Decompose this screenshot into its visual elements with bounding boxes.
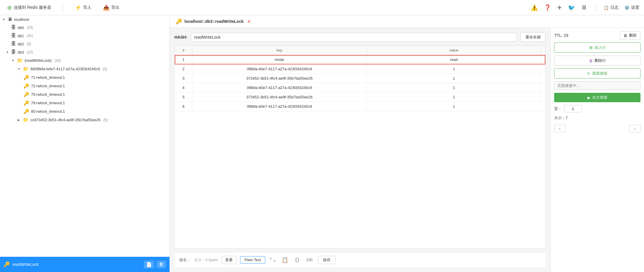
page-number-input[interactable] (564, 105, 582, 112)
hash-row: HASH: 重命名键 (174, 32, 546, 42)
sidebar-item-key-76[interactable]: 🔑 76:rwlock_timeout:1 (0, 90, 169, 99)
sidebar-item-db2[interactable]: 🗄 db2 (0) (0, 40, 169, 48)
sidebar-item-localhost[interactable]: ▼ 🖥 localhost (0, 15, 169, 23)
sidebar-item-cc873452[interactable]: ▶ 📁 cc873452-3b51-4fc4-ae9f-35b7ba55ee26… (0, 116, 169, 124)
save-button[interactable]: 保存 (318, 256, 335, 264)
monitor-icon[interactable]: 🖥 (581, 4, 587, 11)
sidebar-item-660f8bfa[interactable]: ▼ 📁 660f8bfa-b0e7-4117-a27a-423f264245c9… (0, 65, 169, 73)
toolbar-right: ⚠️ ❓ ✈ 🐦 🖥 📋 日志 ⚙️ 设置 (531, 4, 639, 12)
export-button[interactable]: 📤 导出 (101, 3, 122, 12)
format-arrows-icon[interactable]: ⌃⌄ (269, 257, 276, 263)
help-icon[interactable]: ❓ (544, 4, 551, 11)
arrow-icon: ▼ (6, 51, 9, 54)
delete-row-button[interactable]: 🗑 删除行 (554, 56, 640, 66)
code-button[interactable]: ⟨⟩ (293, 256, 301, 264)
cell-key[interactable]: 0f8bfa-b0e7-4117-a27a-423f264245c9 (192, 102, 367, 111)
pagination-nav: ‹ › (554, 124, 640, 134)
sidebar-bottom-bar: 🔑 readWriteLock 📄 🗑 (0, 257, 169, 272)
fulltext-search-button[interactable]: ▶ 全文搜索 (554, 93, 640, 102)
table-row[interactable]: 3 373452-3b51-4fc4-ae9f-35b7ba55ee26 1 (175, 74, 545, 83)
col-num: # (175, 46, 192, 55)
arrow-icon: ▶ (18, 118, 21, 122)
key-icon: 🔑 (23, 92, 29, 97)
cell-scroll (541, 55, 545, 64)
cell-value[interactable]: 1 (367, 74, 541, 83)
folder-icon: 📁 (23, 66, 29, 72)
log-button[interactable]: 📋 日志 (604, 5, 619, 10)
reload-button[interactable]: ↻ 重载键值 (554, 69, 640, 78)
delete-key-button[interactable]: 🗑 (157, 261, 166, 268)
table-row[interactable]: 2 0f8bfa-b0e7-4117-a27a-423f264245c9 1 (175, 64, 545, 74)
arrow-icon: ▼ (12, 59, 15, 62)
table-row[interactable]: 1 mode read (175, 55, 545, 64)
reload-icon: ↻ (587, 71, 590, 76)
table-body[interactable]: 1 mode read 2 0f8bfa-b0e7-4117-a27a-423f… (175, 55, 545, 111)
db-icon: 🗄 (11, 25, 16, 30)
binary-button[interactable]: 100 (304, 257, 314, 263)
sidebar-item-key-80[interactable]: 🔑 80:rwlock_timeout:1 (0, 107, 169, 116)
sidebar-item-db1[interactable]: 🗄 db1 (41) (0, 32, 169, 40)
table-header: # key value (175, 46, 545, 55)
server-icon: 🖥 (8, 17, 12, 22)
tab-close-button[interactable]: ✕ (247, 19, 251, 24)
cell-num: 6 (175, 102, 192, 111)
copy-button[interactable]: 📋 (280, 256, 290, 264)
prev-page-button[interactable]: ‹ (554, 125, 566, 132)
db2-label: db2 (18, 42, 24, 46)
cell-key[interactable]: 0f8bfa-b0e7-4117-a27a-423f264245c9 (192, 64, 367, 73)
content-area: 🔑 localhost::db3::readWriteLock ✕ HASH: … (170, 15, 644, 272)
import-button[interactable]: ⚡ 导入 (73, 3, 94, 12)
reload-label: 重载键值 (592, 71, 607, 76)
key-icon: 🔑 (23, 83, 29, 89)
tab-key-icon: 🔑 (176, 18, 182, 25)
sidebar-item-readwritelock-group[interactable]: ▼ 📁 {readWriteLock} (10) (0, 56, 169, 65)
main-layout: ▼ 🖥 localhost 🗄 db0 (23) 🗄 db1 (41) (0, 15, 644, 272)
cell-value[interactable]: 1 (367, 93, 541, 102)
cell-key[interactable]: mode (192, 55, 367, 64)
table-row[interactable]: 5 373452-3b51-4fc4-ae9f-35b7ba55ee26 1 (175, 93, 545, 102)
cell-value[interactable]: 1 (367, 83, 541, 92)
import-icon: ⚡ (75, 4, 81, 11)
toolbar-right-divider (595, 4, 595, 12)
cell-value[interactable]: 1 (367, 102, 541, 111)
cell-value[interactable]: 1 (367, 64, 541, 73)
log-icon: 📋 (604, 5, 609, 10)
view-button[interactable]: 查看 (221, 256, 237, 264)
settings-button[interactable]: ⚙️ 设置 (624, 5, 639, 10)
warning-icon[interactable]: ⚠️ (531, 4, 538, 11)
sidebar-scroll[interactable]: ▼ 🖥 localhost 🗄 db0 (23) 🗄 db1 (41) (0, 15, 169, 257)
rename-key-button[interactable]: 重命名键 (520, 32, 546, 42)
delete-button[interactable]: 🗑 删除 (620, 31, 640, 40)
content-header: 🔑 localhost::db3::readWriteLock ✕ (170, 15, 644, 28)
table-row[interactable]: 4 0f8bfa-b0e7-4117-a27a-423f264245c9 1 (175, 83, 545, 93)
copy-key-button[interactable]: 📄 (144, 261, 154, 268)
data-table: # key value 1 mode read (174, 45, 546, 249)
selected-key-icon: 🔑 (4, 261, 10, 268)
cell-key[interactable]: 373452-3b51-4fc4-ae9f-35b7ba55ee26 (192, 74, 367, 83)
arrow-icon: ▼ (2, 18, 6, 21)
export-label: 导出 (111, 5, 119, 10)
sidebar-item-key-79[interactable]: 🔑 79:rwlock_timeout:1 (0, 99, 169, 107)
size-label: 大小：7 (554, 116, 568, 120)
sidebar-item-key-72[interactable]: 🔑 72:rwlock_timeout:1 (0, 82, 169, 90)
page-search-input[interactable] (554, 81, 640, 90)
insert-row-button[interactable]: ⊕ 插入行 (554, 42, 640, 53)
folder-icon: 📁 (17, 58, 23, 63)
sidebar-item-key-71[interactable]: 🔑 71:rwlock_timeout:1 (0, 73, 169, 82)
sidebar-item-db0[interactable]: 🗄 db0 (23) (0, 23, 169, 32)
table-row[interactable]: 6 0f8bfa-b0e7-4117-a27a-423f264245c9 1 (175, 102, 545, 111)
key-icon: 🔑 (23, 75, 29, 80)
connect-redis-button[interactable]: ⊕ 连接到 Redis 服务器 (5, 3, 54, 12)
cell-key[interactable]: 0f8bfa-b0e7-4117-a27a-423f264245c9 (192, 83, 367, 92)
twitter-icon[interactable]: 🐦 (568, 4, 575, 11)
export-icon: 📤 (103, 4, 109, 11)
next-page-button[interactable]: › (629, 125, 640, 132)
plain-text-button[interactable]: Plain Text (240, 256, 265, 264)
cell-key[interactable]: 373452-3b51-4fc4-ae9f-35b7ba55ee26 (192, 93, 367, 102)
hash-value-input[interactable] (191, 33, 517, 42)
db3-count: (12) (27, 50, 33, 54)
page-label: 页： (554, 106, 562, 112)
sidebar-item-db3[interactable]: ▼ 🗄 db3 (12) (0, 48, 169, 56)
cell-value[interactable]: read (367, 55, 541, 64)
telegram-icon[interactable]: ✈ (557, 4, 562, 11)
